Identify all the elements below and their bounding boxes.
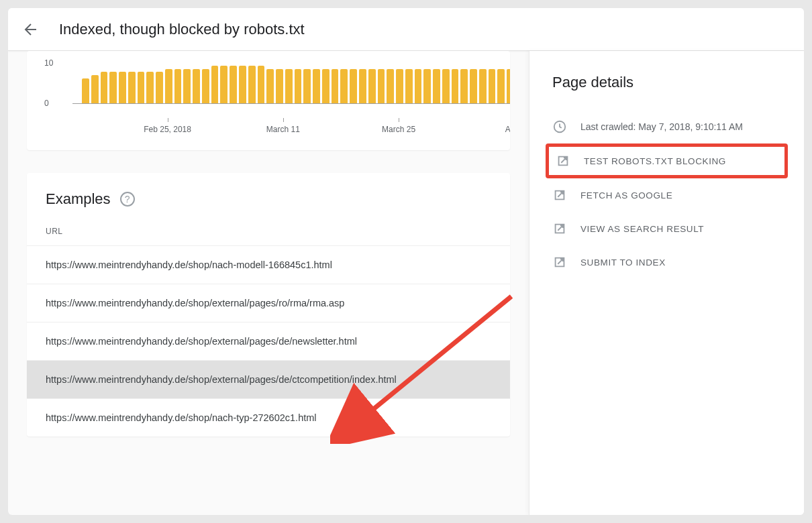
last-crawled-text: Last crawled: May 7, 2018, 9:10:11 AM bbox=[580, 121, 743, 132]
chart-bar bbox=[460, 69, 468, 103]
chart-bar bbox=[248, 66, 256, 103]
examples-card: Examples ? URL https://www.meintrendyhan… bbox=[27, 173, 510, 437]
chart-bar bbox=[193, 69, 200, 103]
open-external-icon bbox=[552, 188, 567, 202]
submit-label: SUBMIT TO INDEX bbox=[580, 257, 666, 268]
chart-bar bbox=[101, 72, 108, 103]
url-row[interactable]: https://www.meintrendyhandy.de/shop/exte… bbox=[27, 360, 510, 398]
chart-bar bbox=[489, 69, 496, 103]
x-label-0: Feb 25, 2018 bbox=[144, 125, 191, 134]
chart-bar bbox=[258, 66, 265, 103]
page-title: Indexed, though blocked by robots.txt bbox=[59, 21, 305, 38]
clock-icon bbox=[552, 119, 567, 134]
url-row[interactable]: https://www.meintrendyhandy.de/shop/exte… bbox=[27, 284, 510, 322]
url-column-header: URL bbox=[27, 220, 510, 245]
chart-bar bbox=[340, 69, 348, 103]
chart-bar bbox=[368, 69, 376, 103]
chart-bar bbox=[497, 69, 505, 103]
chart-card: 10 0 Feb 25, 2018 March 11 March 25 Ap bbox=[27, 51, 510, 150]
chart-bar bbox=[470, 69, 477, 103]
test-robots-label: TEST ROBOTS.TXT BLOCKING bbox=[584, 156, 726, 166]
y-tick-10: 10 bbox=[44, 58, 53, 68]
view-search-result-action[interactable]: VIEW AS SEARCH RESULT bbox=[552, 212, 781, 245]
last-crawled-row: Last crawled: May 7, 2018, 9:10:11 AM bbox=[552, 110, 781, 143]
test-robots-action[interactable]: TEST ROBOTS.TXT BLOCKING bbox=[546, 143, 788, 178]
chart-bar bbox=[156, 72, 163, 103]
fetch-as-google-action[interactable]: FETCH AS GOOGLE bbox=[552, 178, 781, 212]
chart-bar bbox=[230, 66, 237, 103]
chart-bar bbox=[313, 69, 320, 103]
open-external-icon bbox=[552, 221, 567, 236]
chart-bar bbox=[396, 69, 403, 103]
view-serp-label: VIEW AS SEARCH RESULT bbox=[580, 224, 704, 234]
chart-bar bbox=[239, 66, 246, 103]
chart-bar bbox=[202, 69, 209, 103]
chart-bar bbox=[211, 66, 219, 103]
open-external-icon bbox=[556, 154, 570, 168]
chart-bar bbox=[442, 69, 450, 103]
chart-bar bbox=[128, 72, 136, 103]
chart-bar bbox=[285, 69, 293, 103]
fetch-label: FETCH AS GOOGLE bbox=[580, 190, 672, 200]
chart-bar bbox=[119, 72, 126, 103]
chart-bar bbox=[322, 69, 329, 103]
chart-bars bbox=[82, 66, 510, 103]
x-label-1: March 11 bbox=[266, 125, 300, 134]
chart-bar bbox=[295, 69, 302, 103]
x-label-3: Ap bbox=[505, 125, 510, 134]
page-details-panel: Page details Last crawled: May 7, 2018, … bbox=[529, 51, 804, 515]
open-external-icon bbox=[552, 255, 567, 270]
chart-bar bbox=[359, 69, 366, 103]
app-frame: Indexed, though blocked by robots.txt 10… bbox=[8, 8, 804, 515]
chart-bar bbox=[332, 69, 339, 103]
chart-bar bbox=[109, 72, 117, 103]
chart-bar bbox=[183, 69, 191, 103]
chart-bar bbox=[146, 72, 154, 103]
chart-bar bbox=[266, 69, 274, 103]
chart-bar bbox=[378, 69, 385, 103]
chart-bar bbox=[276, 69, 283, 103]
examples-header: Examples ? bbox=[27, 173, 510, 220]
submit-to-index-action[interactable]: SUBMIT TO INDEX bbox=[552, 245, 781, 279]
chart-baseline bbox=[72, 103, 510, 104]
chart-bar bbox=[423, 69, 431, 103]
y-tick-0: 0 bbox=[44, 99, 49, 108]
content-area: 10 0 Feb 25, 2018 March 11 March 25 Ap bbox=[8, 51, 804, 515]
chart-bar bbox=[91, 75, 99, 103]
chart-bar bbox=[452, 69, 459, 103]
chart-bar bbox=[165, 69, 172, 103]
chart-bar bbox=[415, 69, 422, 103]
url-row[interactable]: https://www.meintrendyhandy.de/shop/exte… bbox=[27, 322, 510, 360]
examples-rows: https://www.meintrendyhandy.de/shop/nach… bbox=[27, 245, 510, 437]
page-details-title: Page details bbox=[552, 74, 781, 91]
chart-bar bbox=[433, 69, 440, 103]
chart-bar bbox=[479, 69, 487, 103]
chart-area: 10 0 bbox=[40, 58, 497, 114]
back-arrow-icon[interactable] bbox=[21, 21, 38, 38]
chart-bar bbox=[387, 69, 394, 103]
chart-bar bbox=[220, 66, 227, 103]
url-row[interactable]: https://www.meintrendyhandy.de/shop/nach… bbox=[27, 398, 510, 437]
chart-bar bbox=[350, 69, 357, 103]
chart-bar bbox=[82, 78, 89, 103]
chart-bar bbox=[303, 69, 311, 103]
x-axis-labels: Feb 25, 2018 March 11 March 25 Ap bbox=[82, 118, 510, 138]
chart-bar bbox=[405, 69, 413, 103]
url-row[interactable]: https://www.meintrendyhandy.de/shop/nach… bbox=[27, 245, 510, 284]
x-label-2: March 25 bbox=[382, 125, 415, 134]
chart-bar bbox=[138, 72, 145, 103]
main-column: 10 0 Feb 25, 2018 March 11 March 25 Ap bbox=[8, 51, 529, 515]
page-header: Indexed, though blocked by robots.txt bbox=[8, 8, 804, 51]
chart-bar bbox=[507, 69, 510, 103]
examples-title: Examples bbox=[46, 190, 111, 208]
help-icon[interactable]: ? bbox=[120, 192, 135, 207]
chart-bar bbox=[174, 69, 182, 103]
